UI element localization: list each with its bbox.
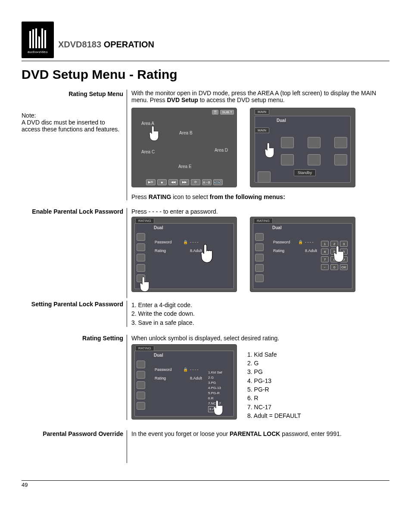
repeat-icon: ⟳ [191,179,200,185]
hand-pointer-icon [199,243,218,266]
t: icon to select [171,193,210,200]
note-heading: Note: [22,112,123,119]
play-pause-icon: ▶/II [146,179,156,185]
screenshot-rating-password: RATING Dual Password 🔒 - - - - Rating 8.… [131,217,237,292]
key-0: 0 [330,264,338,270]
setting-password-label: Setting Parental Lock Password [31,301,123,308]
page-title: DVD Setup Menu - Rating [22,67,389,82]
password-label: Password [155,240,172,244]
subt-chip: SUB.T [220,110,234,115]
brand-label: Dual [272,225,282,230]
password-value: - - - - [190,240,199,244]
menu-icon-3 [334,137,347,148]
rating-options-list: 1. Kid Safe 2. G 3. PG 4. PG-13 5. PG-R … [247,344,301,420]
volume-icon: 🔉 🔊 [213,179,223,185]
side-icon [255,243,264,251]
menu-icon-5 [308,154,321,165]
side-icon [137,361,145,368]
side-icon [137,402,145,410]
rating-value: 8.Adult [190,376,202,380]
side-icon [137,371,145,379]
menu-icon-1 [281,137,294,148]
screenshot-main-menu: MAIN Dual MAIN Standby [250,108,355,187]
side-icon [137,392,145,399]
hand-pointer-icon [331,244,349,265]
hand-pointer-icon [212,399,227,418]
rating-value: 8.Adult [305,249,317,253]
enable-password-label: Enable Parental Lock Password [32,208,123,215]
rating-option: 8. Adult = DEFAULT [247,411,301,420]
section-name: OPERATION [104,40,154,49]
rating-setup-menu-label: Rating Setup Menu [68,90,123,97]
ab-repeat-icon: A→B [202,179,212,185]
rating-option: 5. PG-R [247,385,301,394]
area-b-label: Area B [179,131,193,135]
lock-icon: 🔒 [183,240,188,244]
brand-label: Dual [154,225,163,230]
r-item: 1.Kid Saf [208,370,222,375]
model-number: XDVD8183 [58,40,101,49]
rating-option: 1. Kid Safe [247,350,301,359]
menu-icon-back [258,171,271,183]
area-c-label: Area C [141,149,155,154]
area-d-label: Area D [215,148,228,152]
key-1: 1 [321,241,329,247]
header-divider [22,61,389,61]
t: from the following menus: [210,193,285,200]
key-ok: OK [340,264,348,270]
brand-label: Dual [154,353,163,358]
key-back: ← [321,264,329,270]
side-icon [137,233,145,241]
rewind-icon: ◀◀ [168,179,178,185]
side-icon [255,264,264,272]
main-tab-2: MAIN [255,128,269,133]
side-icon [137,254,145,261]
s1-text-b: DVD Setup [167,96,198,103]
lock-icon: 🔒 [298,240,303,244]
override-label: Parental Password Override [43,430,123,437]
password-label: Password [273,240,290,244]
t: RATING [149,193,171,200]
s1-text-c: to access the DVD setup menu. [198,96,285,103]
hand-pointer-icon [147,124,163,143]
r-item: 3.PG [208,380,222,386]
key-7: 7 [321,256,329,262]
standby-button: Standby [294,169,316,176]
rating-label: Rating [155,376,166,380]
area-e-label: Area E [178,164,192,169]
r-item: 4.PG-13 [208,386,222,391]
side-icon [255,233,264,241]
logo-bars-icon [29,27,46,48]
side-icon [255,254,264,261]
enable-password-body: Press - - - - to enter a password. [131,208,218,215]
rating-option: 7. NC-17 [247,403,301,411]
rating-label: Rating [273,249,284,253]
rating-option: 6. R [247,394,301,402]
hand-pointer-icon [263,141,278,160]
stop-icon: ■ [157,179,167,185]
step-1: 1. Enter a 4-digit code. [131,301,389,309]
step-3: 3. Save in a safe place. [131,318,389,327]
password-value: - - - - [190,367,199,372]
screenshot-area-touch: ☰SUB.T Area A Area B Area C Area D Area … [131,108,237,187]
key-4: 4 [321,249,329,255]
page-header: audio•video XDVD8183 OPERATION [22,22,389,58]
override-b: PARENTAL LOCK [230,430,280,437]
brand-logo: audio•video [22,22,54,58]
main-tab: MAIN [255,109,269,115]
menu-icon-6 [334,154,347,165]
screenshot-rating-list: RATING Dual Password 🔒 - - - - Rating 8.… [131,344,237,420]
brand-label: Dual [277,118,286,123]
rating-label: Rating [155,249,166,253]
intro-screens: ☰SUB.T Area A Area B Area C Area D Area … [131,108,389,187]
logo-subtext: audio•video [28,50,48,54]
r-item: 5.PG-R [208,391,222,396]
step-2: 2. Write the code down. [131,309,389,318]
side-icon [255,274,264,282]
rating-option: 4. PG-13 [247,376,301,385]
lock-icon: 🔒 [183,367,188,372]
note-body: A DVD disc must be inserted to access th… [22,119,123,133]
forward-icon: ▶▶ [180,179,189,185]
password-label: Password [155,367,172,372]
override-c: password, enter 9991. [280,430,341,437]
